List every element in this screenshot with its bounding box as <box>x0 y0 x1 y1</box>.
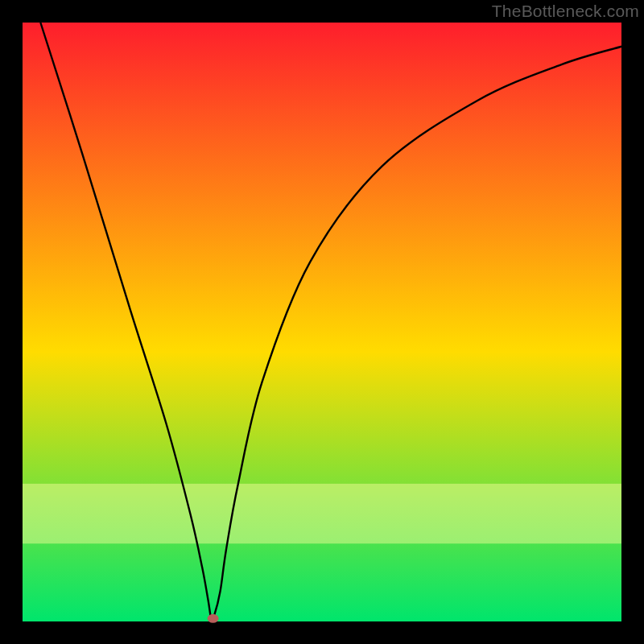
watermark-text: TheBottleneck.com <box>492 2 639 21</box>
plot-area <box>23 23 621 623</box>
minimum-marker <box>208 614 219 623</box>
accent-band <box>23 484 621 543</box>
chart-container: TheBottleneck.com <box>0 0 644 644</box>
bottleneck-chart <box>0 0 644 644</box>
